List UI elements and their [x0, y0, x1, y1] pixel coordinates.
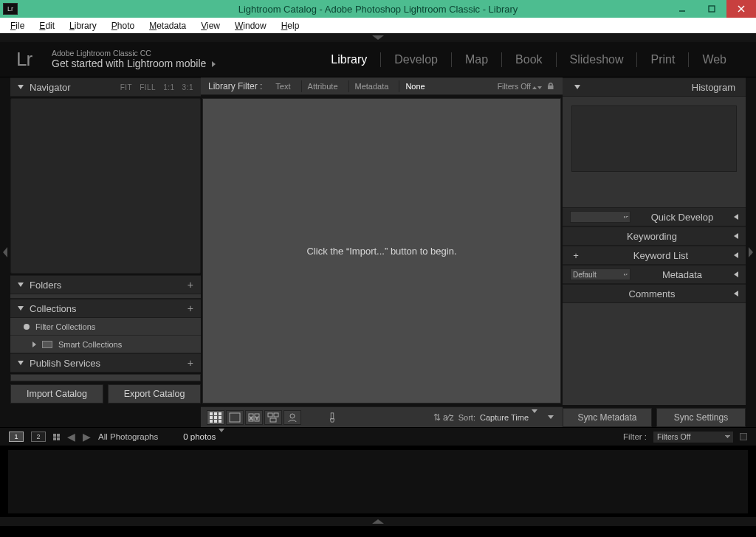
- module-book[interactable]: Book: [502, 53, 555, 66]
- keyword-list-header[interactable]: + Keyword List: [563, 246, 746, 265]
- folders-header[interactable]: Folders +: [10, 275, 201, 294]
- collections-title: Collections: [30, 303, 77, 314]
- navigator-preview: [10, 98, 201, 274]
- quick-develop-header[interactable]: Quick Develop: [563, 207, 746, 226]
- right-panel-toggle[interactable]: [746, 77, 756, 427]
- filter-none[interactable]: None: [399, 80, 430, 92]
- quick-develop-title: Quick Develop: [651, 212, 714, 223]
- menu-library[interactable]: Library: [62, 19, 104, 32]
- filters-off-dropdown[interactable]: Filters Off: [498, 82, 542, 91]
- histogram-well: [571, 105, 737, 172]
- disclosure-down-icon: [574, 85, 580, 89]
- menu-window[interactable]: Window: [227, 19, 274, 32]
- chevron-right-icon: [749, 247, 753, 257]
- collections-add-button[interactable]: +: [188, 302, 193, 314]
- filter-lock-icon[interactable]: 🔒︎: [546, 81, 555, 91]
- module-library[interactable]: Library: [317, 53, 380, 66]
- zoom-3to1[interactable]: 3:1: [182, 83, 193, 91]
- nav-back-button[interactable]: ◀: [67, 431, 75, 443]
- library-filter-label: Library Filter :: [208, 81, 262, 91]
- folders-title: Folders: [30, 280, 61, 291]
- metadata-preset-select[interactable]: Default: [570, 268, 630, 280]
- menu-photo[interactable]: Photo: [104, 19, 142, 32]
- comments-header[interactable]: Comments: [563, 284, 746, 303]
- sync-settings-button[interactable]: Sync Settings: [656, 408, 746, 427]
- zoom-fit[interactable]: FIT: [120, 83, 133, 91]
- search-dot-icon: [24, 324, 30, 330]
- left-panel-toggle[interactable]: [0, 77, 10, 427]
- histogram-header[interactable]: Histogram: [563, 77, 746, 97]
- quick-develop-preset-select[interactable]: [570, 211, 630, 223]
- menu-help[interactable]: Help: [274, 19, 307, 32]
- smart-collections-label: Smart Collections: [58, 340, 122, 349]
- menu-file[interactable]: File: [3, 19, 32, 32]
- filter-collections-row[interactable]: Filter Collections: [10, 318, 201, 336]
- close-button[interactable]: [726, 0, 756, 18]
- import-catalog-button[interactable]: Import Catalog: [10, 384, 103, 403]
- screen-1-button[interactable]: 1: [9, 432, 24, 442]
- disclosure-right-icon: [212, 61, 216, 67]
- toolbar-more-icon[interactable]: [548, 415, 554, 419]
- view-compare-button[interactable]: XY: [245, 410, 263, 425]
- maximize-button[interactable]: [697, 0, 726, 18]
- filmstrip-filter-select[interactable]: Filters Off: [653, 431, 734, 443]
- publish-header[interactable]: Publish Services +: [10, 353, 201, 373]
- painter-tool-button[interactable]: [323, 410, 341, 425]
- module-print[interactable]: Print: [637, 53, 688, 66]
- source-indicator-icon[interactable]: [740, 433, 747, 440]
- grid-icon[interactable]: [53, 434, 60, 440]
- view-grid-button[interactable]: [207, 410, 224, 425]
- folders-add-button[interactable]: +: [188, 279, 193, 291]
- collections-header[interactable]: Collections +: [10, 299, 201, 318]
- center-panel: Library Filter : Text Attribute Metadata…: [201, 77, 563, 427]
- svg-text:X: X: [250, 416, 252, 420]
- filter-text[interactable]: Text: [269, 80, 296, 92]
- view-survey-button[interactable]: [264, 410, 282, 425]
- zoom-1to1[interactable]: 1:1: [163, 83, 174, 91]
- nav-forward-button[interactable]: ▶: [83, 431, 91, 443]
- lr-logo-icon: Lr: [16, 48, 41, 71]
- keyword-add-button[interactable]: +: [570, 249, 582, 261]
- module-map[interactable]: Map: [452, 53, 501, 66]
- tagline-mobile-link[interactable]: Get started with Lightroom mobile: [52, 58, 216, 70]
- app-badge-icon: Lr: [3, 3, 18, 15]
- filmstrip[interactable]: [7, 449, 749, 514]
- bottom-panel-toggle[interactable]: [0, 517, 756, 526]
- source-breadcrumb[interactable]: All Photographs: [98, 432, 158, 441]
- chevron-down-icon: [532, 409, 537, 422]
- menu-view[interactable]: View: [193, 19, 227, 32]
- filter-metadata[interactable]: Metadata: [348, 80, 395, 92]
- publish-add-button[interactable]: +: [188, 357, 193, 369]
- comments-title: Comments: [629, 288, 676, 299]
- sync-metadata-button[interactable]: Sync Metadata: [563, 408, 652, 427]
- grid-viewport: Click the “Import...” button to begin.: [202, 98, 561, 403]
- svg-rect-22: [331, 412, 334, 418]
- screen-2-button[interactable]: 2: [31, 432, 46, 442]
- sort-field-dropdown[interactable]: Capture Time: [480, 413, 540, 422]
- svg-rect-6: [219, 412, 221, 415]
- disclosure-left-icon: [734, 214, 738, 220]
- disclosure-down-icon: [18, 361, 24, 365]
- filmstrip-header: 1 2 ◀ ▶ All Photographs 0 photos Filter …: [0, 427, 756, 446]
- chevron-left-icon: [3, 247, 7, 257]
- sort-direction-button[interactable]: ⇅ a⁄z: [433, 412, 454, 423]
- view-people-button[interactable]: [284, 410, 301, 425]
- top-panel-toggle[interactable]: [0, 33, 756, 42]
- module-develop[interactable]: Develop: [381, 53, 451, 66]
- identity-plate: Lr Adobe Lightroom Classic CC Get starte…: [0, 42, 756, 77]
- menu-edit[interactable]: Edit: [32, 19, 62, 32]
- keywording-header[interactable]: Keywording: [563, 226, 746, 246]
- smart-collections-row[interactable]: Smart Collections: [10, 336, 201, 353]
- svg-rect-1: [709, 6, 715, 12]
- histogram-title: Histogram: [692, 82, 735, 93]
- metadata-header[interactable]: Default Metadata: [563, 265, 746, 284]
- menu-metadata[interactable]: Metadata: [142, 19, 193, 32]
- view-loupe-button[interactable]: [226, 410, 244, 425]
- zoom-fill[interactable]: FILL: [140, 83, 156, 91]
- module-web[interactable]: Web: [689, 53, 740, 66]
- navigator-header[interactable]: Navigator FIT FILL 1:1 3:1: [10, 77, 201, 97]
- module-slideshow[interactable]: Slideshow: [557, 53, 637, 66]
- minimize-button[interactable]: [667, 0, 697, 18]
- export-catalog-button[interactable]: Export Catalog: [108, 384, 201, 403]
- filter-attribute[interactable]: Attribute: [301, 80, 344, 92]
